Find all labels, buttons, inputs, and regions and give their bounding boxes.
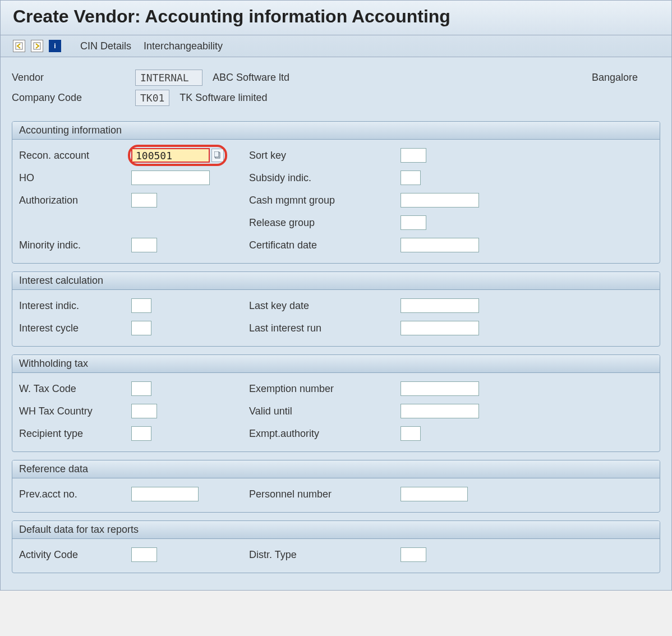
vendor-desc: ABC Software ltd	[213, 72, 289, 84]
recipient-type-label: Recipient type	[19, 428, 131, 440]
prev-acct-no-label: Prev.acct no.	[19, 488, 131, 500]
release-group-label: Release group	[249, 217, 401, 229]
window: Create Vendor: Accounting information Ac…	[0, 0, 672, 591]
recon-account-search-help-icon[interactable]	[211, 149, 224, 162]
vendor-value: INTERNAL	[135, 70, 202, 86]
group-accounting: Accounting information Recon. account	[12, 121, 660, 264]
group-reference: Reference data Prev.acct no. Personnel n…	[12, 460, 660, 513]
recipient-type-input[interactable]	[131, 426, 151, 441]
certificatn-date-label: Certificatn date	[249, 239, 401, 251]
release-group-input[interactable]	[401, 215, 426, 230]
authorization-label: Authorization	[19, 195, 131, 206]
activity-code-input[interactable]	[131, 547, 157, 562]
certificatn-date-input[interactable]	[401, 238, 479, 252]
cash-mgmnt-group-input[interactable]	[401, 193, 479, 208]
last-key-date-input[interactable]	[401, 298, 479, 313]
cin-details-button[interactable]: CIN Details	[77, 40, 135, 52]
vendor-city: Bangalore	[592, 72, 638, 84]
distr-type-input[interactable]	[401, 547, 426, 562]
subsidy-indic-label: Subsidy indic.	[249, 172, 401, 184]
group-title-reference: Reference data	[12, 460, 660, 478]
group-withholding: Withholding tax W. Tax Code Exemption nu…	[12, 354, 660, 452]
authorization-input[interactable]	[131, 193, 157, 208]
company-code-label: Company Code	[12, 92, 135, 104]
group-title-accounting: Accounting information	[12, 122, 660, 140]
subsidy-indic-input[interactable]	[401, 170, 421, 185]
ho-input[interactable]	[131, 170, 210, 185]
nav-prev-icon[interactable]	[13, 40, 25, 52]
valid-until-label: Valid until	[249, 405, 401, 417]
exmpt-authority-input[interactable]	[401, 426, 421, 441]
header-fields: Vendor INTERNAL ABC Software ltd Bangalo…	[6, 65, 666, 117]
last-key-date-label: Last key date	[249, 300, 401, 312]
activity-code-label: Activity Code	[19, 549, 131, 561]
group-title-interest: Interest calculation	[12, 272, 660, 290]
last-interest-run-label: Last interest run	[249, 322, 401, 334]
interest-indic-input[interactable]	[131, 298, 151, 313]
content: Vendor INTERNAL ABC Software ltd Bangalo…	[1, 57, 671, 590]
sort-key-label: Sort key	[249, 150, 401, 162]
ho-label: HO	[19, 172, 131, 184]
exemption-number-label: Exemption number	[249, 383, 401, 395]
recon-account-highlight	[131, 148, 224, 163]
interest-cycle-label: Interest cycle	[19, 322, 131, 334]
exmpt-authority-label: Exmpt.authority	[249, 428, 401, 440]
personnel-number-label: Personnel number	[249, 488, 401, 500]
company-code-desc: TK Software limited	[179, 92, 267, 104]
exemption-number-input[interactable]	[401, 381, 479, 396]
minority-indic-input[interactable]	[131, 238, 157, 252]
group-interest: Interest calculation Interest indic. Las…	[12, 271, 660, 347]
personnel-number-input[interactable]	[401, 487, 468, 501]
interest-cycle-input[interactable]	[131, 321, 151, 335]
group-default-tax: Default data for tax reports Activity Co…	[12, 520, 660, 573]
company-code-value: TK01	[135, 90, 169, 106]
last-interest-run-input[interactable]	[401, 321, 479, 335]
page-title: Create Vendor: Accounting information Ac…	[13, 6, 659, 27]
vendor-label: Vendor	[12, 72, 135, 84]
info-icon[interactable]: i	[49, 40, 61, 52]
toolbar: i CIN Details Interchangeability	[1, 35, 671, 57]
interchangeability-button[interactable]: Interchangeability	[140, 40, 226, 52]
cash-mgmnt-group-label: Cash mgmnt group	[249, 195, 401, 206]
w-tax-code-label: W. Tax Code	[19, 383, 131, 395]
svg-rect-5	[214, 151, 219, 157]
title-bar: Create Vendor: Accounting information Ac…	[1, 1, 671, 35]
interest-indic-label: Interest indic.	[19, 300, 131, 312]
distr-type-label: Distr. Type	[249, 549, 401, 561]
recon-account-input[interactable]	[131, 148, 210, 163]
minority-indic-label: Minority indic.	[19, 239, 131, 251]
valid-until-input[interactable]	[401, 404, 479, 418]
group-title-withholding: Withholding tax	[12, 355, 660, 373]
wh-tax-country-label: WH Tax Country	[19, 405, 131, 417]
prev-acct-no-input[interactable]	[131, 487, 199, 501]
nav-next-icon[interactable]	[31, 40, 43, 52]
sort-key-input[interactable]	[401, 148, 426, 163]
svg-text:i: i	[54, 42, 56, 50]
group-title-default-tax: Default data for tax reports	[12, 521, 660, 539]
recon-account-label: Recon. account	[19, 150, 131, 162]
w-tax-code-input[interactable]	[131, 381, 151, 396]
wh-tax-country-input[interactable]	[131, 404, 157, 418]
